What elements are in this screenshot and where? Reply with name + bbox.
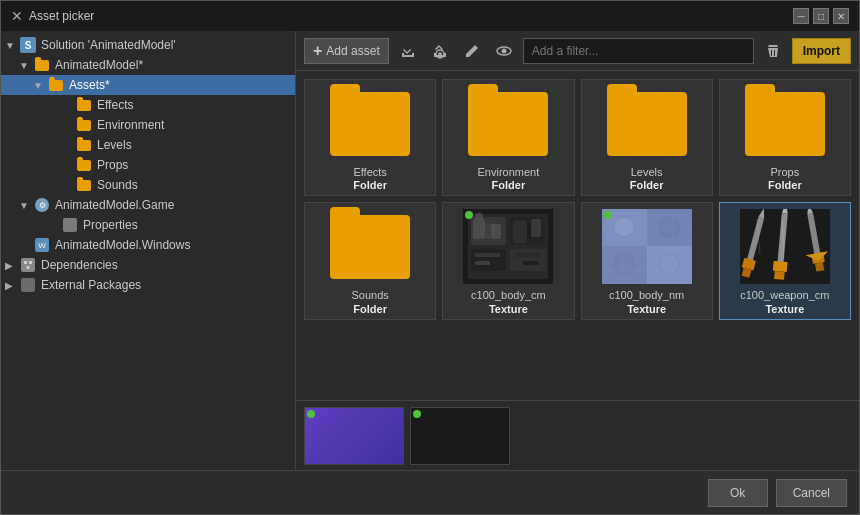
props-icon bbox=[61, 217, 79, 233]
sidebar-item-game[interactable]: ▼ ⚙ AnimatedModel.Game bbox=[1, 195, 295, 215]
folder-icon-large bbox=[745, 92, 825, 156]
svg-rect-14 bbox=[475, 253, 500, 257]
asset-item-effects[interactable]: Effects Folder bbox=[304, 79, 436, 196]
svg-rect-22 bbox=[531, 219, 541, 237]
sidebar-item-dependencies[interactable]: ▶ Dependencies bbox=[1, 255, 295, 275]
add-asset-button[interactable]: + Add asset bbox=[304, 38, 389, 64]
svg-rect-20 bbox=[491, 224, 501, 239]
svg-point-29 bbox=[659, 217, 679, 237]
import-assets-button[interactable]: Import bbox=[792, 38, 851, 64]
svg-point-19 bbox=[475, 213, 483, 221]
svg-rect-2 bbox=[27, 266, 30, 269]
status-dot bbox=[307, 410, 315, 418]
svg-rect-21 bbox=[513, 221, 527, 243]
ext-icon bbox=[19, 277, 37, 293]
asset-name: c100_body_cm bbox=[471, 288, 546, 302]
svg-point-5 bbox=[501, 48, 506, 53]
minimize-button[interactable]: ─ bbox=[793, 8, 809, 24]
sidebar-item-properties[interactable]: Properties bbox=[1, 215, 295, 235]
props-label: Props bbox=[97, 158, 128, 172]
svg-rect-1 bbox=[29, 261, 32, 264]
asset-type: Texture bbox=[489, 303, 528, 315]
sidebar-item-props[interactable]: Props bbox=[1, 155, 295, 175]
texture-preview-svg bbox=[740, 209, 830, 284]
effects-label: Effects bbox=[97, 98, 133, 112]
asset-item-weapon-cm[interactable]: c100_weapon_cm Texture bbox=[719, 202, 851, 319]
external-packages-label: External Packages bbox=[41, 278, 141, 292]
svg-rect-18 bbox=[473, 219, 485, 239]
svg-rect-50 bbox=[815, 263, 824, 272]
filter-input[interactable] bbox=[523, 38, 754, 64]
sidebar-item-windows[interactable]: W AnimatedModel.Windows bbox=[1, 235, 295, 255]
export-button[interactable] bbox=[395, 38, 421, 64]
windows-icon: W bbox=[33, 237, 51, 253]
dialog-title: Asset picker bbox=[29, 9, 94, 23]
asset-thumbnail bbox=[463, 86, 553, 161]
deps-icon bbox=[19, 257, 37, 273]
folder-icon-large bbox=[330, 92, 410, 156]
asset-thumbnail bbox=[325, 209, 415, 284]
close-button[interactable]: ✕ bbox=[833, 8, 849, 24]
asset-item-body-nm[interactable]: c100_body_nm Texture bbox=[581, 202, 713, 319]
ok-label: Ok bbox=[730, 486, 745, 500]
sidebar-item-solution[interactable]: ▼ S Solution 'AnimatedModel' bbox=[1, 35, 295, 55]
asset-name: Effects bbox=[353, 165, 386, 179]
plus-icon: + bbox=[313, 42, 322, 60]
strip-item-dark[interactable] bbox=[410, 407, 510, 465]
arrow-icon: ▶ bbox=[5, 260, 19, 271]
sidebar-item-environment[interactable]: Environment bbox=[1, 115, 295, 135]
sidebar-item-animatedmodel[interactable]: ▼ AnimatedModel* bbox=[1, 55, 295, 75]
import-button[interactable] bbox=[427, 38, 453, 64]
edit-button[interactable] bbox=[459, 38, 485, 64]
svg-rect-17 bbox=[523, 261, 538, 265]
svg-rect-11 bbox=[510, 249, 545, 271]
arrow-icon: ▼ bbox=[19, 200, 33, 211]
title-bar-left: ✕ Asset picker bbox=[11, 8, 94, 24]
folder-icon bbox=[75, 97, 93, 113]
eye-button[interactable] bbox=[491, 38, 517, 64]
status-dot bbox=[604, 211, 612, 219]
cog-icon: ⚙ bbox=[33, 197, 51, 213]
folder-icon bbox=[75, 137, 93, 153]
sidebar-item-sounds[interactable]: Sounds bbox=[1, 175, 295, 195]
sidebar-item-assets[interactable]: ▼ Assets* bbox=[1, 75, 295, 95]
asset-type: Folder bbox=[353, 179, 387, 191]
asset-item-props[interactable]: Props Folder bbox=[719, 79, 851, 196]
sidebar-item-external-packages[interactable]: ▶ External Packages bbox=[1, 275, 295, 295]
asset-name: Levels bbox=[631, 165, 663, 179]
sidebar-item-levels[interactable]: Levels bbox=[1, 135, 295, 155]
app-icon: ✕ bbox=[11, 8, 23, 24]
asset-item-environment[interactable]: Environment Folder bbox=[442, 79, 574, 196]
asset-item-body-cm[interactable]: c100_body_cm Texture bbox=[442, 202, 574, 319]
asset-thumbnail bbox=[740, 209, 830, 284]
title-bar-controls: ─ □ ✕ bbox=[793, 8, 849, 24]
levels-label: Levels bbox=[97, 138, 132, 152]
cancel-button[interactable]: Cancel bbox=[776, 479, 847, 507]
asset-item-levels[interactable]: Levels Folder bbox=[581, 79, 713, 196]
asset-item-sounds[interactable]: Sounds Folder bbox=[304, 202, 436, 319]
solution-icon: S bbox=[19, 37, 37, 53]
asset-name: Props bbox=[771, 165, 800, 179]
delete-button[interactable] bbox=[760, 38, 786, 64]
sidebar-item-effects[interactable]: Effects bbox=[1, 95, 295, 115]
properties-label: Properties bbox=[83, 218, 138, 232]
asset-thumbnail bbox=[325, 86, 415, 161]
folder-icon-large bbox=[607, 92, 687, 156]
texture-preview-svg bbox=[463, 209, 553, 284]
asset-grid-container: Effects Folder Environment Folder bbox=[296, 71, 859, 400]
svg-rect-0 bbox=[24, 261, 27, 264]
status-dot bbox=[413, 410, 421, 418]
svg-rect-15 bbox=[515, 253, 540, 257]
folder-icon bbox=[75, 177, 93, 193]
asset-type: Texture bbox=[627, 303, 666, 315]
cancel-label: Cancel bbox=[793, 486, 830, 500]
asset-grid: Effects Folder Environment Folder bbox=[304, 79, 851, 320]
ok-button[interactable]: Ok bbox=[708, 479, 768, 507]
strip-item-purple[interactable] bbox=[304, 407, 404, 465]
folder-icon bbox=[47, 77, 65, 93]
folder-icon bbox=[75, 117, 93, 133]
asset-thumbnail bbox=[602, 209, 692, 284]
animated-model-label: AnimatedModel* bbox=[55, 58, 143, 72]
asset-type: Texture bbox=[765, 303, 804, 315]
maximize-button[interactable]: □ bbox=[813, 8, 829, 24]
